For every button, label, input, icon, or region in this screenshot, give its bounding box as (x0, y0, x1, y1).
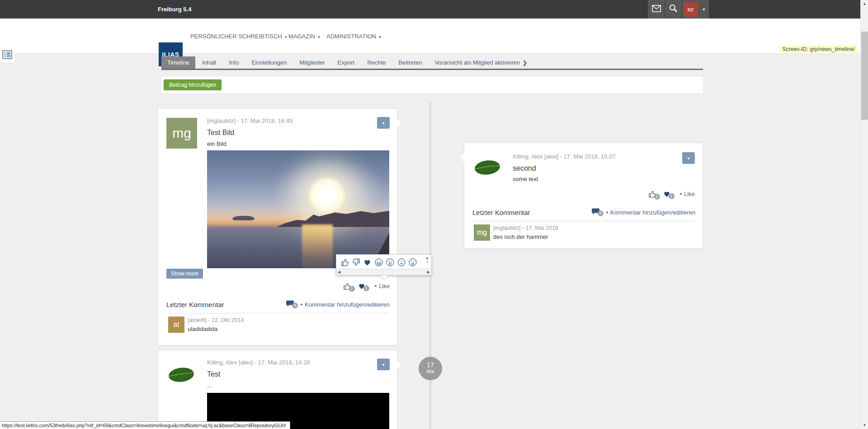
browser-status-bar: https://test.leifos.com/53freib/ilias.ph… (0, 421, 290, 429)
toolbar: Beitrag hinzufügen (161, 77, 703, 93)
comment: [mglaubitz] - 17. Mai 2018 des isch der … (493, 225, 558, 240)
post-image-sunset[interactable] (207, 150, 389, 268)
chevron-down-icon: ▾ (379, 35, 381, 39)
tree-panel-toggle-button[interactable] (1, 50, 13, 61)
arrow-up-icon: ▲ (863, 2, 867, 6)
post-meta: Killing, Alex [alex] - 17. Mai 2018, 14:… (207, 359, 310, 366)
add-comment-link[interactable]: Kommentar hinzufügen/editieren (305, 301, 390, 308)
tab-underline (161, 69, 703, 70)
avatar: mg (166, 118, 197, 149)
post-title: second (513, 164, 536, 173)
arrow-down-icon[interactable]: ▼ (425, 260, 429, 264)
sun (307, 176, 346, 215)
thumbs-up-reaction[interactable]: 1 (343, 282, 355, 290)
chevron-down-icon: ▾ (703, 7, 705, 12)
comment-meta: [atoedt] - 22. Okt 2018 (188, 317, 244, 323)
tab-inhalt[interactable]: Inhalt (196, 56, 222, 69)
timeline-post-1: mg [mglaubitz] - 17. Mai 2018, 16:45 ▾ T… (158, 108, 397, 345)
card-pointer (397, 119, 401, 128)
post-title: Test (207, 370, 220, 378)
screen-id-label: Screen-ID: grp/news_timeline/ (779, 45, 858, 53)
post-meta: [mglaubitz] - 17. Mai 2018, 16:45 (207, 117, 292, 124)
mail-icon (652, 5, 661, 14)
like-link[interactable]: Like (684, 191, 695, 197)
leaf-icon (167, 361, 195, 389)
arrow-right-icon[interactable]: ▶ (427, 270, 430, 274)
arrow-down-icon: ▼ (863, 423, 867, 427)
heart-icon[interactable] (362, 257, 373, 268)
last-comment-heading: Letzter Kommentar (472, 209, 530, 216)
comment-count-badge: 3 (292, 303, 298, 308)
bullet: • (375, 283, 377, 289)
post-body: ... (207, 382, 212, 389)
picker-horizontal-scrollbar[interactable]: ◀ ▶ (336, 269, 431, 275)
reaction-count: 1 (669, 193, 675, 199)
main-header: ILIAS PERSÖNLICHER SCHREIBTISCH▾ MAGAZIN… (0, 19, 860, 53)
astonished-face-icon[interactable] (384, 257, 396, 268)
post-actions-dropdown[interactable]: ▾ (682, 152, 695, 164)
heart-reaction[interactable]: 1 (663, 190, 675, 198)
nav-personal-desktop[interactable]: PERSÖNLICHER SCHREIBTISCH▾ (190, 19, 287, 53)
scroll-down-button[interactable]: ▼ (861, 421, 868, 429)
reaction-row: 2 1 • Like (648, 190, 695, 198)
user-menu-button[interactable]: ez (682, 0, 699, 19)
date-day: 17 (419, 361, 442, 368)
comment-text: uladidadida (188, 326, 244, 332)
vertical-scrollbar[interactable]: ▲ ▼ (860, 0, 868, 429)
chevron-right-icon: ❯ (523, 60, 527, 66)
picker-vertical-scroll: ▲ ▼ (425, 256, 430, 264)
tab-mitglieder[interactable]: Mitglieder (293, 56, 330, 69)
mail-button[interactable] (647, 0, 665, 19)
user-menu-caret[interactable]: ▾ (699, 0, 709, 19)
chevron-down-icon: ▾ (285, 35, 287, 39)
arrow-left-icon[interactable]: ◀ (338, 270, 340, 274)
thumbs-up-icon[interactable] (339, 257, 350, 268)
comment: [atoedt] - 22. Okt 2018 uladidadida (188, 317, 244, 332)
tab-rechte[interactable]: Rechte (361, 56, 392, 69)
bullet: • (606, 209, 609, 216)
reaction-row: 1 1 • Like (343, 282, 390, 290)
post-actions-dropdown[interactable]: ▾ (377, 117, 390, 129)
heart-reaction[interactable]: 1 (358, 282, 369, 290)
thumbs-up-reaction[interactable]: 2 (648, 190, 660, 198)
search-button[interactable] (665, 0, 682, 19)
nav-administration[interactable]: ADMINISTRATION▾ (326, 19, 381, 53)
comment-count-badge: 2 (598, 210, 604, 216)
comment-meta: [mglaubitz] - 17. Mai 2018 (493, 225, 558, 231)
card-pointer (397, 360, 401, 369)
frowning-face-icon[interactable] (396, 257, 407, 268)
date-month: Mai (419, 368, 442, 374)
arrow-up-icon[interactable]: ▲ (425, 256, 429, 260)
timeline-post-2: Killing, Alex [alex] - 17. Mai 2018, 15:… (464, 143, 703, 249)
tab-info[interactable]: Info (223, 56, 245, 69)
avatar: mg (474, 224, 490, 241)
avatar: ez (684, 2, 698, 17)
popup-pointer (380, 275, 388, 280)
scroll-up-button[interactable]: ▲ (861, 0, 868, 8)
chevron-down-icon: ▾ (382, 121, 384, 126)
comment-text: des isch der hammer (493, 233, 558, 240)
post-actions-dropdown[interactable]: ▾ (377, 359, 390, 370)
post-title: Test Bild (207, 129, 234, 137)
tab-einstellungen[interactable]: Einstellungen (245, 56, 292, 69)
scrollbar-thumb[interactable] (861, 32, 868, 120)
like-link[interactable]: Like (379, 283, 390, 289)
timeline-post-3: Killing, Alex [alex] - 17. Mai 2018, 14:… (158, 350, 397, 429)
show-more-button[interactable]: Show more (166, 269, 203, 279)
add-post-button[interactable]: Beitrag hinzufügen (164, 79, 222, 90)
tab-export[interactable]: Export (332, 56, 361, 69)
add-comment-link[interactable]: Kommentar hinzufügen/editieren (610, 209, 695, 216)
top-bar: Freiburg 5.4 ez ▾ (0, 0, 860, 19)
tab-bar: Timeline Inhalt Info Einstellungen Mitgl… (161, 56, 534, 69)
post-meta: Killing, Alex [alex] - 17. Mai 2018, 15:… (513, 153, 616, 160)
nav-magazin[interactable]: MAGAZIN▾ (288, 19, 320, 53)
avatar: at (168, 317, 184, 333)
thumbs-down-icon[interactable] (350, 257, 362, 268)
anguished-face-icon[interactable] (407, 257, 418, 268)
reaction-picker-popup: ▲ ▼ ◀ ▶ (336, 254, 432, 275)
tab-member-preview[interactable]: Voransicht als Mitglied aktivieren❯ (429, 56, 533, 69)
grinning-face-icon[interactable] (373, 257, 384, 268)
chevron-down-icon: ▾ (318, 35, 320, 39)
tab-timeline[interactable]: Timeline (161, 56, 195, 69)
tab-beitreten[interactable]: Beitreten (392, 56, 428, 69)
